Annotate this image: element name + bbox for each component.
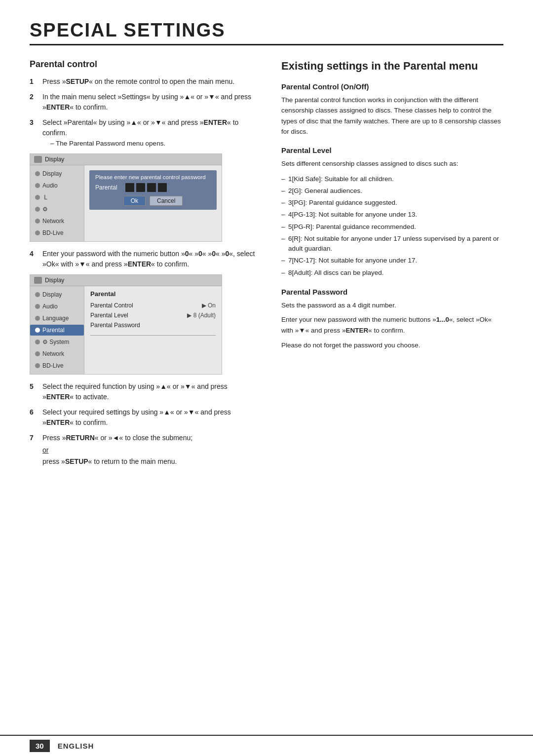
level-item-7: 7[NC-17]: Not suitable for anyone under … [281, 255, 503, 266]
pw-box-2 [136, 183, 145, 192]
pw-box-3 [147, 183, 156, 192]
step-1-body: Press »SETUP« on the remote control to o… [42, 76, 257, 87]
menu2-sidebar-audio: Audio [30, 301, 84, 312]
step-5: 5 Select the required function by using … [30, 381, 257, 402]
menu2-parental-level-row: Parental Level ▶ 8 (Adult) [90, 310, 216, 320]
menu2-parental-control-row: Parental Control ▶ On [90, 301, 216, 310]
step-3-body: Select »Parental« by using »▲« or »▼« an… [42, 117, 257, 149]
parental-password-heading: Parental Password [281, 288, 503, 296]
step-4: 4 Enter your password with the numeric b… [30, 249, 257, 269]
parental-level-intro: Sets different censorship classes assign… [281, 158, 503, 169]
dialog-parental-label: Parental [95, 184, 122, 191]
audio-dot-icon [35, 183, 40, 188]
level-item-4: 4[PG-13]: Not suitable for anyone under … [281, 209, 503, 221]
lang-dot-icon [35, 195, 40, 200]
menu2-pc-label: Parental Control [90, 302, 133, 309]
step-2: 2 In the main menu select »Settings« by … [30, 92, 257, 113]
menu2-sidebar-bdlive: BD-Live [30, 360, 84, 371]
parental-password-line2: Enter your new password with the numeric… [281, 314, 503, 336]
parental-control-onoff-text: The parental control function works in c… [281, 95, 503, 137]
menu2-main-panel: Parental Parental Control ▶ On Parental … [84, 286, 222, 374]
pw-box-1 [125, 183, 134, 192]
menu1-sidebar-audio: Audio [30, 180, 84, 191]
menu2-parental-password-row: Parental Password [90, 320, 216, 330]
menu2-sidebar-system: ⚙ System [30, 337, 84, 347]
level-item-2: 2[G]: General audiences. [281, 185, 503, 197]
menu2-topbar: Display [30, 275, 222, 286]
dialog-input-row: Parental [95, 183, 211, 192]
menu1-sidebar-language: L [30, 192, 84, 203]
m2-system-dot-icon [35, 340, 40, 344]
menu2-sidebar-parental: Parental [30, 325, 84, 336]
page-title: SPECIAL SETTINGS [30, 20, 503, 45]
step-5-num: 5 [30, 381, 38, 402]
parental-password-line3: Please do not forget the password you ch… [281, 340, 503, 351]
menu1-sidebar: Display Audio L ⚙ [30, 165, 84, 241]
existing-settings-heading: Existing settings in the Parental menu [281, 59, 503, 74]
pw-box-4 [158, 183, 167, 192]
password-boxes [125, 183, 167, 192]
parental-control-heading: Parental control [30, 59, 257, 70]
display-dot-icon [35, 171, 40, 176]
dialog-ok-button[interactable]: Ok [123, 196, 146, 206]
bdlive-dot-icon [35, 230, 40, 235]
step-3: 3 Select »Parental« by using »▲« or »▼« … [30, 117, 257, 149]
menu2-display-label: Display [45, 277, 64, 284]
level-item-6: 6[R]: Not suitable for anyone under 17 u… [281, 233, 503, 255]
footer-language-label: ENGLISH [58, 742, 94, 750]
level-item-3: 3[PG]: Parental guidance suggested. [281, 197, 503, 209]
network-dot-icon [35, 219, 40, 224]
menu2-pp-label: Parental Password [90, 322, 140, 329]
menu2-icon [34, 277, 42, 284]
step-6-body: Select your required settings by using »… [42, 407, 257, 428]
step-2-num: 2 [30, 92, 38, 113]
menu2-sidebar-network: Network [30, 348, 84, 359]
m2-parental-dot-icon [35, 328, 40, 333]
settings-dot-icon [35, 207, 40, 212]
level-item-8: 8[Adult]: All discs can be played. [281, 267, 503, 279]
steps-list-cont: 4 Enter your password with the numeric b… [30, 249, 257, 269]
m2-audio-dot-icon [35, 304, 40, 309]
parental-level-list: 1[Kid Safe]: Suitable for all children. … [281, 173, 503, 279]
menu1-sidebar-display: Display [30, 168, 84, 179]
step-5-body: Select the required function by using »▲… [42, 381, 257, 402]
menu2-body: Display Audio Language Parental [30, 286, 222, 374]
menu1-display-label: Display [45, 156, 64, 163]
dialog-title: Please enter new parental control passwo… [95, 174, 211, 180]
menu2-divider [90, 335, 216, 336]
right-column: Existing settings in the Parental menu P… [281, 59, 503, 354]
step-6-num: 6 [30, 407, 38, 428]
step-4-num: 4 [30, 249, 38, 269]
footer-bar: 30 ENGLISH [0, 735, 533, 756]
steps-list: 1 Press »SETUP« on the remote control to… [30, 76, 257, 149]
or-text: or [42, 445, 257, 455]
level-item-5: 5[PG-R]: Parental guidance recommended. [281, 221, 503, 233]
dialog-cancel-button[interactable]: Cancel [150, 196, 183, 206]
step-7-body: Press »RETURN« or »◄« to close the subme… [42, 433, 257, 467]
menu2-sidebar: Display Audio Language Parental [30, 286, 84, 374]
menu1-sidebar-bdlive: BD-Live [30, 227, 84, 238]
menu2-pl-value: ▶ 8 (Adult) [187, 312, 216, 319]
menu2-parental-heading: Parental [90, 290, 216, 298]
menu1-sidebar-settings: ⚙ [30, 204, 84, 215]
menu1-dialog: Please enter new parental control passwo… [89, 170, 217, 210]
step-7-num: 7 [30, 433, 38, 467]
menu2-sidebar-language: Language [30, 313, 84, 324]
step-4-body: Enter your password with the numeric but… [42, 249, 257, 269]
m2-display-dot-icon [35, 292, 40, 297]
steps-5-7: 5 Select the required function by using … [30, 381, 257, 467]
m2-lang-dot-icon [35, 316, 40, 321]
step-1: 1 Press »SETUP« on the remote control to… [30, 76, 257, 87]
menu2-pc-value: ▶ On [202, 302, 216, 309]
menu-screenshot-1: Display Display Audio L [30, 153, 222, 242]
menu2-sidebar-display: Display [30, 289, 84, 300]
m2-bdlive-dot-icon [35, 363, 40, 368]
menu1-body: Display Audio L ⚙ [30, 165, 222, 241]
parental-control-onoff-heading: Parental Control (On/Off) [281, 82, 503, 91]
parental-password-line1: Sets the password as a 4 digit number. [281, 300, 503, 311]
step-3-note: – The Parental Password menu opens. [50, 140, 165, 147]
level-item-1: 1[Kid Safe]: Suitable for all children. [281, 173, 503, 185]
dialog-buttons: Ok Cancel [95, 196, 211, 206]
footer-page-number: 30 [30, 740, 50, 752]
parental-level-heading: Parental Level [281, 146, 503, 154]
